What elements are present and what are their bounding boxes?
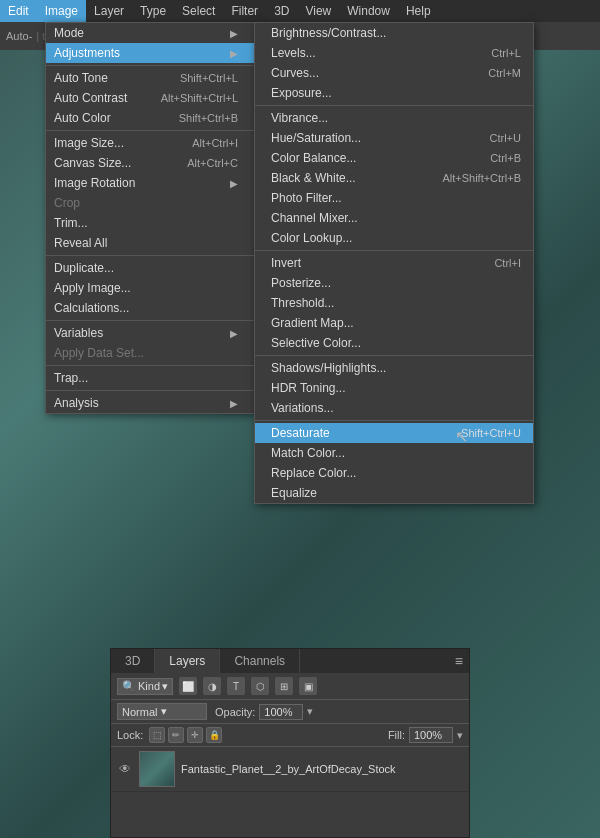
adjustments-arrow: ▶ — [230, 48, 238, 59]
lock-position-icon[interactable]: ✛ — [187, 727, 203, 743]
blend-opacity-row: Normal ▾ Opacity: 100% ▾ — [111, 700, 469, 724]
adj-shadows-highlights[interactable]: Shadows/Highlights... — [255, 358, 533, 378]
adj-photo-filter[interactable]: Photo Filter... — [255, 188, 533, 208]
adj-match-color[interactable]: Match Color... — [255, 443, 533, 463]
menubar-type[interactable]: Type — [132, 0, 174, 22]
menubar: Edit Image Layer Type Select Filter 3D V… — [0, 0, 600, 22]
menubar-layer[interactable]: Layer — [86, 0, 132, 22]
menu-item-duplicate[interactable]: Duplicate... — [46, 258, 254, 278]
menubar-3d[interactable]: 3D — [266, 0, 297, 22]
layer-type-text-icon[interactable]: T — [227, 677, 245, 695]
opacity-chevron-icon[interactable]: ▾ — [307, 705, 313, 718]
adj-brightness-contrast[interactable]: Brightness/Contrast... — [255, 23, 533, 43]
layer-item[interactable]: 👁 Fantastic_Planet__2_by_ArtOfDecay_Stoc… — [111, 747, 469, 792]
tab-3d[interactable]: 3D — [111, 649, 155, 673]
blend-mode-dropdown[interactable]: Normal ▾ — [117, 703, 207, 720]
adjustments-submenu: Brightness/Contrast... Levels... Ctrl+L … — [254, 22, 534, 504]
adj-hdr-toning[interactable]: HDR Toning... — [255, 378, 533, 398]
menu-item-variables[interactable]: Variables ▶ — [46, 323, 254, 343]
adj-channel-mixer[interactable]: Channel Mixer... — [255, 208, 533, 228]
adj-desaturate[interactable]: Desaturate ↖ Shift+Ctrl+U — [255, 423, 533, 443]
menu-item-mode[interactable]: Mode ▶ — [46, 23, 254, 43]
separator-6 — [46, 390, 254, 391]
menu-item-calculations[interactable]: Calculations... — [46, 298, 254, 318]
adj-black-white[interactable]: Black & White... Alt+Shift+Ctrl+B — [255, 168, 533, 188]
panel-collapse-button[interactable]: ≡ — [455, 649, 463, 673]
adj-sep-2 — [255, 250, 533, 251]
fill-control: Fill: 100% ▾ — [388, 727, 463, 743]
menubar-image[interactable]: Image — [37, 0, 86, 22]
adj-invert[interactable]: Invert Ctrl+I — [255, 253, 533, 273]
adj-threshold[interactable]: Threshold... — [255, 293, 533, 313]
menubar-view[interactable]: View — [297, 0, 339, 22]
adj-hue-saturation[interactable]: Hue/Saturation... Ctrl+U — [255, 128, 533, 148]
adj-levels[interactable]: Levels... Ctrl+L — [255, 43, 533, 63]
search-icon: 🔍 — [122, 680, 136, 693]
opacity-value[interactable]: 100% — [259, 704, 303, 720]
adj-variations[interactable]: Variations... — [255, 398, 533, 418]
separator-5 — [46, 365, 254, 366]
tab-layers[interactable]: Layers — [155, 649, 220, 673]
chevron-down-icon: ▾ — [162, 680, 168, 693]
menu-item-auto-contrast[interactable]: Auto Contrast Alt+Shift+Ctrl+L — [46, 88, 254, 108]
menubar-edit[interactable]: Edit — [0, 0, 37, 22]
layer-thumbnail — [139, 751, 175, 787]
lock-image-icon[interactable]: ✏ — [168, 727, 184, 743]
adj-posterize[interactable]: Posterize... — [255, 273, 533, 293]
rotation-arrow: ▶ — [230, 178, 238, 189]
separator-1 — [46, 65, 254, 66]
adj-sep-1 — [255, 105, 533, 106]
kind-dropdown[interactable]: 🔍 Kind ▾ — [117, 678, 173, 695]
adj-color-balance[interactable]: Color Balance... Ctrl+B — [255, 148, 533, 168]
lock-transparent-icon[interactable]: ⬚ — [149, 727, 165, 743]
menu-item-crop: Crop — [46, 193, 254, 213]
layers-panel-tabs: 3D Layers Channels ≡ — [111, 649, 469, 673]
separator-3 — [46, 255, 254, 256]
menu-item-apply-data-set: Apply Data Set... — [46, 343, 254, 363]
menu-item-canvas-size[interactable]: Canvas Size... Alt+Ctrl+C — [46, 153, 254, 173]
menubar-filter[interactable]: Filter — [223, 0, 266, 22]
adj-gradient-map[interactable]: Gradient Map... — [255, 313, 533, 333]
menu-item-trim[interactable]: Trim... — [46, 213, 254, 233]
separator-2 — [46, 130, 254, 131]
mode-arrow: ▶ — [230, 28, 238, 39]
tab-channels[interactable]: Channels — [220, 649, 300, 673]
adj-vibrance[interactable]: Vibrance... — [255, 108, 533, 128]
layer-type-smartobject-icon[interactable]: ⊞ — [275, 677, 293, 695]
menubar-help[interactable]: Help — [398, 0, 439, 22]
menu-item-image-rotation[interactable]: Image Rotation ▶ — [46, 173, 254, 193]
menu-item-reveal-all[interactable]: Reveal All — [46, 233, 254, 253]
menu-item-trap[interactable]: Trap... — [46, 368, 254, 388]
menu-item-analysis[interactable]: Analysis ▶ — [46, 393, 254, 413]
menu-item-auto-tone[interactable]: Auto Tone Shift+Ctrl+L — [46, 68, 254, 88]
fill-value[interactable]: 100% — [409, 727, 453, 743]
menu-item-image-size[interactable]: Image Size... Alt+Ctrl+I — [46, 133, 254, 153]
adj-curves[interactable]: Curves... Ctrl+M — [255, 63, 533, 83]
layers-kind-row: 🔍 Kind ▾ ⬜ ◑ T ⬡ ⊞ ▣ — [111, 673, 469, 700]
analysis-arrow: ▶ — [230, 398, 238, 409]
layer-type-adjust-icon[interactable]: ◑ — [203, 677, 221, 695]
adj-color-lookup[interactable]: Color Lookup... — [255, 228, 533, 248]
adj-replace-color[interactable]: Replace Color... — [255, 463, 533, 483]
lock-all-icon[interactable]: 🔒 — [206, 727, 222, 743]
variables-arrow: ▶ — [230, 328, 238, 339]
menubar-select[interactable]: Select — [174, 0, 223, 22]
menu-item-apply-image[interactable]: Apply Image... — [46, 278, 254, 298]
layer-visibility-toggle[interactable]: 👁 — [117, 761, 133, 777]
layer-type-video-icon[interactable]: ▣ — [299, 677, 317, 695]
lock-fill-row: Lock: ⬚ ✏ ✛ 🔒 Fill: 100% ▾ — [111, 724, 469, 747]
layer-type-shape-icon[interactable]: ⬡ — [251, 677, 269, 695]
menu-item-auto-color[interactable]: Auto Color Shift+Ctrl+B — [46, 108, 254, 128]
image-dropdown-menu: Mode ▶ Adjustments ▶ Auto Tone Shift+Ctr… — [45, 22, 255, 414]
adj-selective-color[interactable]: Selective Color... — [255, 333, 533, 353]
menu-item-adjustments[interactable]: Adjustments ▶ — [46, 43, 254, 63]
menubar-window[interactable]: Window — [339, 0, 398, 22]
adj-equalize[interactable]: Equalize — [255, 483, 533, 503]
layers-panel: 3D Layers Channels ≡ 🔍 Kind ▾ ⬜ ◑ T ⬡ ⊞ … — [110, 648, 470, 838]
layer-name: Fantastic_Planet__2_by_ArtOfDecay_Stock — [181, 763, 463, 775]
adj-exposure[interactable]: Exposure... — [255, 83, 533, 103]
layer-type-pixel-icon[interactable]: ⬜ — [179, 677, 197, 695]
lock-icons: ⬚ ✏ ✛ 🔒 — [149, 727, 222, 743]
opacity-control: Opacity: 100% ▾ — [215, 704, 313, 720]
fill-chevron-icon[interactable]: ▾ — [457, 729, 463, 742]
